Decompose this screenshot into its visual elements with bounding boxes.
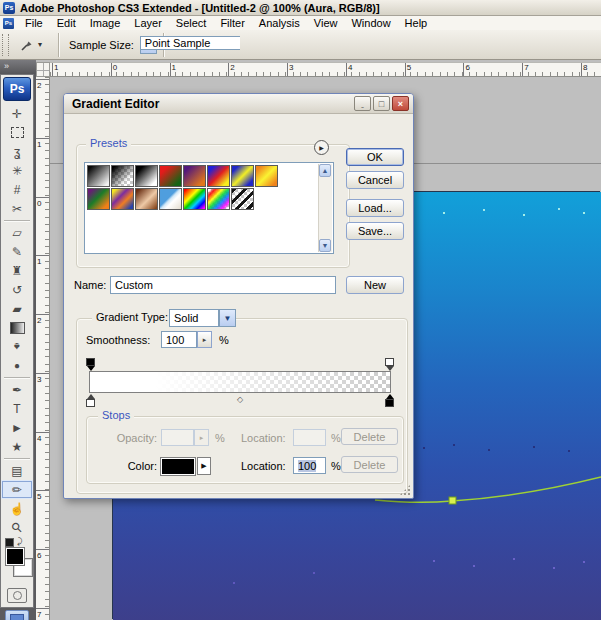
gradient-type-value[interactable]: Solid (169, 309, 219, 327)
dodge-burn-tool[interactable]: ● (1, 356, 33, 375)
color-menu-icon[interactable]: ▶ (197, 457, 211, 475)
preset-swatch[interactable] (111, 165, 134, 187)
ruler-tick (111, 63, 112, 77)
menu-image[interactable]: Image (83, 16, 128, 30)
menu-file[interactable]: File (18, 16, 50, 30)
slice-tool[interactable]: ✂ (1, 199, 33, 218)
ruler-tick (36, 549, 50, 550)
preset-swatch[interactable] (135, 165, 158, 187)
color-stop-end[interactable] (385, 394, 394, 407)
tool-dropdown-caret[interactable]: ▾ (38, 40, 42, 49)
path-selection-tool[interactable]: ► (1, 418, 33, 437)
preset-swatch[interactable] (207, 188, 230, 210)
new-button[interactable]: New (346, 276, 404, 294)
chevron-down-icon[interactable]: ▼ (219, 309, 236, 327)
maximize-icon[interactable]: □ (373, 96, 390, 111)
menu-analysis[interactable]: Analysis (252, 16, 307, 30)
eraser-tool[interactable]: ▰ (1, 299, 33, 318)
magic-wand-tool[interactable]: ✳ (1, 161, 33, 180)
gradient-preview-bar[interactable]: ◇ (89, 371, 391, 393)
marquee-tool[interactable] (1, 123, 33, 142)
ruler-tick (346, 63, 347, 77)
presets-menu-icon[interactable]: ▶ (314, 140, 329, 155)
opacity-stop-end[interactable] (385, 358, 394, 371)
blur-tool[interactable]: ♠ (1, 337, 33, 356)
toolbox-collapse-button[interactable]: » (0, 60, 36, 74)
preset-swatch[interactable] (231, 165, 254, 187)
swap-colors-icon[interactable]: ⤸ (17, 536, 22, 547)
window-titlebar[interactable]: Ps Adobe Photoshop CS3 Extended - [Untit… (0, 0, 601, 16)
clone-stamp-tool[interactable]: ♜ (1, 261, 33, 280)
notes-tool[interactable]: ▤ (1, 461, 33, 480)
preset-swatch[interactable] (87, 165, 110, 187)
current-tool-button[interactable]: ▾ (19, 37, 42, 53)
gradient-type-select[interactable]: ▼ (219, 309, 236, 327)
color-location-input[interactable]: 100 (293, 457, 326, 474)
name-input[interactable]: Custom (110, 276, 336, 294)
load-button[interactable]: Load... (346, 199, 404, 217)
preset-swatch[interactable] (231, 188, 254, 210)
preset-swatch[interactable] (87, 188, 110, 210)
preset-swatch[interactable] (135, 188, 158, 210)
horizontal-ruler[interactable]: 1012345678 (50, 62, 601, 77)
zoom-tool[interactable]: ⚲ (1, 518, 33, 537)
preset-swatch[interactable] (207, 165, 230, 187)
options-bar-grip[interactable] (2, 34, 9, 56)
preset-swatch[interactable] (255, 165, 278, 187)
move-tool[interactable]: ✛ (1, 104, 33, 123)
presets-scrollbar[interactable]: ▲ ▼ (318, 164, 332, 252)
screen-mode-button[interactable] (5, 610, 29, 620)
preset-swatch[interactable] (159, 188, 182, 210)
menu-window[interactable]: Window (344, 16, 397, 30)
minimize-icon[interactable]: ˍ (354, 96, 371, 111)
menu-bar: Ps FileEditImageLayerSelectFilterAnalysi… (0, 16, 601, 31)
pen-tool[interactable]: ✒ (1, 380, 33, 399)
smoothness-spinner-icon[interactable]: ▸ (197, 331, 212, 348)
eyedropper-tool[interactable]: ✏ (1, 480, 33, 499)
hand-tool[interactable]: ☝ (1, 499, 33, 518)
gradient-midpoint-icon[interactable]: ◇ (237, 396, 243, 404)
ruler-label: 2 (37, 316, 41, 325)
brush-tool[interactable]: ✎ (1, 242, 33, 261)
menu-view[interactable]: View (307, 16, 345, 30)
preset-swatch[interactable] (183, 188, 206, 210)
ok-button[interactable]: OK (346, 148, 404, 166)
opacity-stop-start[interactable] (86, 358, 95, 371)
clone-stamp-icon: ♜ (12, 265, 23, 277)
photoshop-logo[interactable]: Ps (3, 77, 31, 101)
vertical-ruler[interactable]: 2101234567 (36, 77, 50, 620)
shape-tool[interactable]: ★ (1, 437, 33, 456)
cancel-button[interactable]: Cancel (346, 171, 404, 189)
menu-filter[interactable]: Filter (213, 16, 251, 30)
scroll-up-icon[interactable]: ▲ (319, 164, 331, 177)
ruler-origin-corner[interactable] (36, 62, 50, 77)
crop-tool[interactable]: # (1, 180, 33, 199)
healing-brush-tool[interactable]: ▱ (1, 223, 33, 242)
quick-mask-button[interactable] (7, 588, 27, 603)
tool-separator (4, 220, 30, 221)
color-location-value: 100 (298, 460, 316, 472)
default-colors-icon[interactable] (5, 538, 14, 547)
scroll-down-icon[interactable]: ▼ (319, 239, 331, 252)
ruler-tick (36, 608, 50, 609)
gradient-tool[interactable] (1, 318, 33, 337)
history-brush-tool[interactable]: ↺ (1, 280, 33, 299)
preset-swatch[interactable] (111, 188, 134, 210)
dialog-titlebar[interactable]: Gradient Editor ˍ □ × (64, 94, 413, 114)
save-button[interactable]: Save... (346, 222, 404, 240)
foreground-color-well[interactable] (6, 548, 24, 565)
lasso-tool[interactable]: ʓ (1, 142, 33, 161)
menu-edit[interactable]: Edit (50, 16, 83, 30)
sample-size-select[interactable]: Point Sample ▼ (140, 36, 157, 54)
menu-layer[interactable]: Layer (127, 16, 169, 30)
menu-help[interactable]: Help (398, 16, 435, 30)
smoothness-input[interactable]: 100 (161, 331, 197, 348)
stop-color-swatch[interactable] (161, 458, 195, 475)
gradient-type-label: Gradient Type: (92, 312, 172, 323)
close-icon[interactable]: × (392, 96, 409, 111)
preset-swatch[interactable] (159, 165, 182, 187)
preset-swatch[interactable] (183, 165, 206, 187)
menu-select[interactable]: Select (169, 16, 214, 30)
color-stop-start[interactable] (86, 394, 95, 407)
type-tool[interactable]: T (1, 399, 33, 418)
